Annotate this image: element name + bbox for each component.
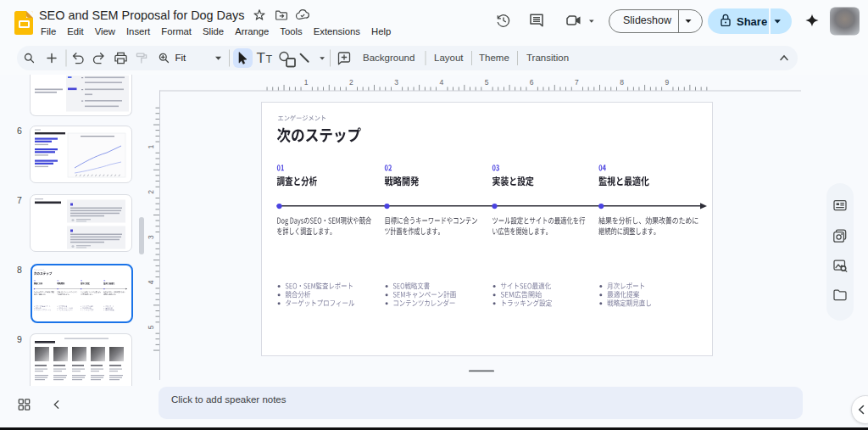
svg-text:3: 3 [147,235,155,239]
svg-text:4: 4 [147,280,155,284]
svg-text:5: 5 [485,78,489,87]
svg-text:T: T [257,50,265,66]
svg-text:7: 7 [575,78,579,87]
svg-text:1: 1 [147,145,155,149]
svg-text:1: 1 [304,78,309,87]
svg-text:T: T [266,53,273,65]
svg-text:5: 5 [147,325,155,329]
svg-text:9: 9 [665,78,669,87]
svg-text:4: 4 [439,78,443,87]
svg-text:8: 8 [620,78,624,87]
svg-text:2: 2 [349,78,353,87]
svg-text:6: 6 [530,78,534,87]
svg-text:2: 2 [147,190,155,194]
svg-text:3: 3 [394,78,398,87]
